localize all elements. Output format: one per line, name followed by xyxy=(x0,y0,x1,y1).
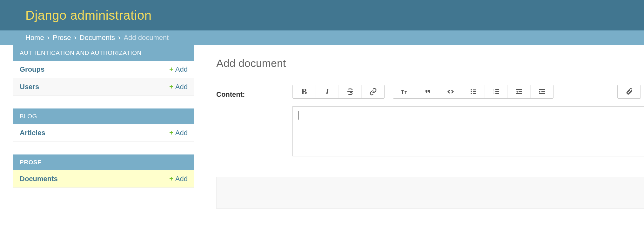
svg-point-5 xyxy=(471,91,472,92)
strikethrough-icon xyxy=(346,88,354,95)
indent-icon xyxy=(538,88,546,95)
form-row-content: Content: B I xyxy=(216,85,644,164)
rich-editor: B I xyxy=(292,85,644,156)
breadcrumb: Home › Prose › Documents › Add document xyxy=(0,30,644,45)
text-cursor xyxy=(299,111,299,120)
sidebar-module-blog: BLOG Articles + Add xyxy=(13,108,194,142)
sidebar-item-articles: Articles + Add xyxy=(13,124,194,142)
sidebar-item-documents: Documents + Add xyxy=(13,170,194,188)
heading-button[interactable]: T T xyxy=(393,85,416,98)
breadcrumb-separator: › xyxy=(74,34,77,42)
bullet-list-icon xyxy=(470,88,477,95)
model-link-documents[interactable]: Documents xyxy=(20,175,58,183)
field-label-content: Content: xyxy=(216,85,280,99)
quote-button[interactable] xyxy=(416,85,439,98)
svg-rect-17 xyxy=(516,93,522,94)
plus-icon: + xyxy=(169,83,173,91)
ordered-list-button[interactable]: 1 2 3 xyxy=(485,85,507,98)
attachment-button[interactable] xyxy=(618,85,641,98)
sidebar-item-groups: Groups + Add xyxy=(13,61,194,78)
plus-icon: + xyxy=(169,175,173,183)
link-button[interactable] xyxy=(361,85,384,98)
svg-rect-21 xyxy=(539,93,545,94)
toolbar-group-attach xyxy=(617,85,641,99)
ordered-list-icon: 1 2 3 xyxy=(493,88,500,95)
svg-rect-19 xyxy=(539,89,545,90)
svg-rect-8 xyxy=(473,93,476,94)
indent-button[interactable] xyxy=(530,85,553,98)
svg-text:T: T xyxy=(405,91,407,95)
plus-icon: + xyxy=(169,129,173,137)
italic-button[interactable]: I xyxy=(316,85,339,98)
link-icon xyxy=(369,88,377,95)
module-caption[interactable]: BLOG xyxy=(13,108,194,124)
app-title: Django administration xyxy=(25,8,151,23)
submit-row-placeholder xyxy=(216,177,644,209)
svg-text:T: T xyxy=(401,89,404,95)
breadcrumb-current: Add document xyxy=(124,34,169,42)
svg-marker-18 xyxy=(516,91,518,93)
model-link-users[interactable]: Users xyxy=(20,83,39,91)
quote-icon xyxy=(424,88,432,95)
app-header: Django administration xyxy=(0,0,644,30)
add-link-documents[interactable]: + Add xyxy=(169,175,188,183)
content-editor[interactable] xyxy=(292,106,644,156)
svg-point-3 xyxy=(471,89,472,90)
toolbar-group-block: T T xyxy=(393,85,553,99)
add-label: Add xyxy=(175,129,188,137)
plus-icon: + xyxy=(169,65,173,74)
add-link-users[interactable]: + Add xyxy=(169,83,188,91)
breadcrumb-separator: › xyxy=(47,34,50,42)
code-button[interactable] xyxy=(439,85,462,98)
add-label: Add xyxy=(175,65,188,74)
text-size-icon: T T xyxy=(401,88,408,95)
add-link-groups[interactable]: + Add xyxy=(169,65,188,74)
sidebar: AUTHENTICATION AND AUTHORIZATION Groups … xyxy=(0,45,194,209)
add-link-articles[interactable]: + Add xyxy=(169,129,188,137)
svg-rect-12 xyxy=(495,91,499,92)
strikethrough-button[interactable] xyxy=(339,85,361,98)
svg-point-7 xyxy=(471,93,472,94)
model-link-groups[interactable]: Groups xyxy=(20,65,44,74)
module-caption[interactable]: PROSE xyxy=(13,154,194,170)
sidebar-item-users: Users + Add xyxy=(13,78,194,96)
svg-text:3: 3 xyxy=(493,92,494,95)
module-caption[interactable]: AUTHENTICATION AND AUTHORIZATION xyxy=(13,45,194,61)
breadcrumb-home[interactable]: Home xyxy=(25,34,44,42)
add-label: Add xyxy=(175,175,188,183)
svg-rect-10 xyxy=(495,89,499,90)
svg-rect-6 xyxy=(473,91,476,92)
outdent-button[interactable] xyxy=(507,85,530,98)
svg-rect-20 xyxy=(541,91,545,92)
toolbar-group-inline: B I xyxy=(292,85,385,99)
editor-toolbar: B I xyxy=(292,85,644,99)
svg-marker-22 xyxy=(539,91,540,93)
add-label: Add xyxy=(175,83,188,91)
svg-rect-14 xyxy=(495,93,499,94)
svg-rect-4 xyxy=(473,89,476,90)
breadcrumb-separator: › xyxy=(118,34,120,42)
page-title: Add document xyxy=(216,57,644,69)
outdent-icon xyxy=(515,88,523,95)
sidebar-module-auth: AUTHENTICATION AND AUTHORIZATION Groups … xyxy=(13,45,194,96)
paperclip-icon xyxy=(625,88,633,95)
code-icon xyxy=(447,88,454,95)
sidebar-module-prose: PROSE Documents + Add xyxy=(13,154,194,188)
breadcrumb-app[interactable]: Prose xyxy=(53,34,71,42)
svg-rect-16 xyxy=(519,91,522,92)
breadcrumb-model[interactable]: Documents xyxy=(80,34,115,42)
bold-button[interactable]: B xyxy=(293,85,316,98)
svg-rect-15 xyxy=(516,89,522,90)
model-link-articles[interactable]: Articles xyxy=(20,129,45,137)
main-content: Add document Content: B I xyxy=(194,45,644,209)
bullet-list-button[interactable] xyxy=(462,85,485,98)
